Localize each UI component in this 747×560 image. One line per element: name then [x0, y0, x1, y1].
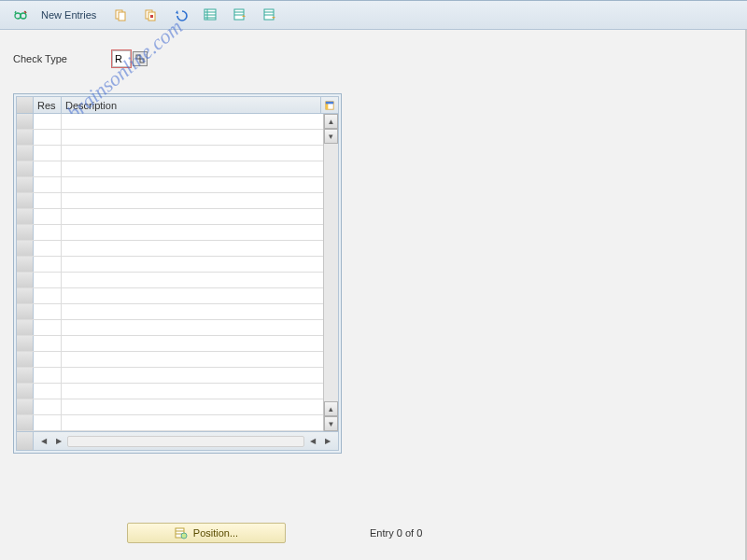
scroll-right-step-button[interactable]: ◀: [306, 435, 319, 448]
toolbar: New Entries: [0, 0, 747, 30]
table-control: Res Description ▲ ▾ ▴ ▼ ◀: [13, 93, 342, 454]
cell-res[interactable]: [34, 273, 62, 287]
cell-description[interactable]: [62, 399, 323, 414]
cell-description[interactable]: [62, 130, 323, 145]
cell-description[interactable]: [62, 241, 323, 256]
entry-counter: Entry 0 of 0: [370, 527, 422, 539]
cell-description[interactable]: [62, 288, 323, 303]
cell-description[interactable]: [62, 273, 323, 287]
cell-description[interactable]: [62, 209, 323, 224]
position-label: Position...: [193, 527, 238, 539]
row-selector[interactable]: [17, 288, 34, 303]
vertical-scrollbar[interactable]: ▲ ▾ ▴ ▼: [323, 114, 338, 431]
cell-res[interactable]: [34, 352, 62, 367]
row-selector[interactable]: [17, 368, 34, 383]
scroll-up-button[interactable]: ▲: [324, 114, 338, 129]
hscroll-track[interactable]: [67, 436, 304, 447]
cell-res[interactable]: [34, 130, 62, 145]
row-selector[interactable]: [17, 415, 34, 430]
row-selector[interactable]: [17, 193, 34, 208]
cell-description[interactable]: [62, 177, 323, 192]
row-selector[interactable]: [17, 273, 34, 287]
position-button[interactable]: Position...: [127, 523, 286, 543]
select-all-button[interactable]: [199, 5, 221, 25]
row-selector[interactable]: [17, 304, 34, 319]
svg-point-16: [181, 533, 187, 539]
row-selector[interactable]: [17, 352, 34, 367]
svg-point-0: [15, 13, 21, 19]
cell-res[interactable]: [34, 177, 62, 192]
cell-description[interactable]: [62, 368, 323, 383]
table-row: [17, 320, 323, 336]
cell-res[interactable]: [34, 304, 62, 319]
cell-res[interactable]: [34, 241, 62, 256]
cell-res[interactable]: [34, 161, 62, 176]
deselect-all-button[interactable]: [229, 5, 251, 25]
cell-res[interactable]: [34, 193, 62, 208]
cell-res[interactable]: [34, 399, 62, 414]
undo-button[interactable]: [169, 5, 191, 25]
row-selector[interactable]: [17, 384, 34, 399]
scroll-right-button[interactable]: ▶: [321, 435, 334, 448]
cell-description[interactable]: [62, 193, 323, 208]
cell-description[interactable]: [62, 114, 323, 129]
row-selector[interactable]: [17, 257, 34, 272]
toggle-view-button[interactable]: [9, 5, 32, 25]
cell-description[interactable]: [62, 352, 323, 367]
check-type-f4-button[interactable]: [133, 51, 148, 66]
row-selector[interactable]: [17, 177, 34, 192]
cell-description[interactable]: [62, 257, 323, 272]
copy-button[interactable]: [109, 5, 132, 25]
check-type-input-group: [112, 50, 148, 67]
table-config-icon: [325, 100, 334, 111]
cell-description[interactable]: [62, 320, 323, 335]
table-settings-button[interactable]: [321, 97, 338, 113]
row-selector[interactable]: [17, 161, 34, 176]
row-selector[interactable]: [17, 320, 34, 335]
cell-description[interactable]: [62, 225, 323, 240]
column-res[interactable]: Res: [34, 97, 62, 113]
cell-res[interactable]: [34, 225, 62, 240]
row-selector[interactable]: [17, 225, 34, 240]
scroll-left-button[interactable]: ◀: [37, 435, 50, 448]
cell-res[interactable]: [34, 288, 62, 303]
horizontal-scrollbar[interactable]: ◀ ▶ ◀ ▶: [34, 435, 338, 448]
table-row: [17, 415, 323, 431]
scroll-left-step-button[interactable]: ▶: [52, 435, 65, 448]
row-selector[interactable]: [17, 336, 34, 351]
check-type-input[interactable]: [112, 50, 131, 67]
cell-res[interactable]: [34, 336, 62, 351]
select-block-button[interactable]: [259, 5, 281, 25]
row-selector[interactable]: [17, 114, 34, 129]
table-row: [17, 336, 323, 352]
copy-as-button[interactable]: [139, 5, 162, 25]
cell-res[interactable]: [34, 146, 62, 161]
cell-description[interactable]: [62, 161, 323, 176]
cell-res[interactable]: [34, 209, 62, 224]
cell-res[interactable]: [34, 415, 62, 430]
column-description[interactable]: Description: [62, 97, 321, 113]
scroll-track[interactable]: [324, 144, 338, 401]
cell-description[interactable]: [62, 304, 323, 319]
new-entries-button[interactable]: New Entries: [41, 9, 96, 21]
row-selector[interactable]: [17, 399, 34, 414]
cell-description[interactable]: [62, 146, 323, 161]
cell-res[interactable]: [34, 257, 62, 272]
cell-res[interactable]: [34, 384, 62, 399]
row-selector[interactable]: [17, 241, 34, 256]
row-selector[interactable]: [17, 209, 34, 224]
scroll-up-step-button[interactable]: ▾: [324, 129, 338, 144]
cell-res[interactable]: [34, 114, 62, 129]
scroll-down-button[interactable]: ▼: [324, 416, 338, 431]
cell-description[interactable]: [62, 384, 323, 399]
cell-res[interactable]: [34, 320, 62, 335]
cell-res[interactable]: [34, 368, 62, 383]
row-selector[interactable]: [17, 130, 34, 145]
check-type-label: Check Type: [13, 53, 67, 64]
table-row: [17, 114, 323, 130]
cell-description[interactable]: [62, 415, 323, 430]
cell-description[interactable]: [62, 336, 323, 351]
select-all-header[interactable]: [17, 97, 34, 113]
row-selector[interactable]: [17, 146, 34, 161]
scroll-down-step-button[interactable]: ▴: [324, 401, 338, 416]
